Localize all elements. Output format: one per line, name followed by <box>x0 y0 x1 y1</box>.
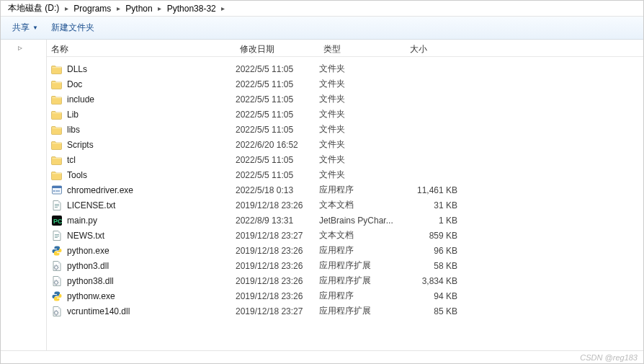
chevron-right-icon[interactable]: ▸ <box>219 4 228 12</box>
svg-point-2 <box>53 190 55 192</box>
file-date-cell: 2019/12/18 23:27 <box>236 231 319 241</box>
file-row[interactable]: tcl2022/5/5 11:05文件夹 <box>47 152 643 167</box>
file-name-cell: libs <box>47 124 236 136</box>
file-type-cell: 应用程序扩展 <box>319 275 406 287</box>
file-name-cell: vcruntime140.dll <box>47 306 236 317</box>
file-name-cell: include <box>47 94 236 105</box>
svg-rect-10 <box>55 236 59 236</box>
footer <box>1 350 643 363</box>
tree-expand-icon[interactable]: ▹ <box>18 43 22 53</box>
file-size-cell: 3,834 KB <box>406 276 470 286</box>
file-name-cell: tcl <box>47 154 236 166</box>
exe-icon <box>51 185 63 196</box>
file-type-cell: 应用程序 <box>319 290 406 302</box>
nav-pane[interactable]: ▹ <box>1 40 47 350</box>
toolbar: 共享 ▼ 新建文件夹 <box>1 17 643 40</box>
folder-icon <box>51 124 63 136</box>
file-row[interactable]: vcruntime140.dll2019/12/18 23:27应用程序扩展85… <box>47 303 643 319</box>
svg-rect-6 <box>55 207 58 208</box>
file-size-cell: 58 KB <box>406 261 470 271</box>
txt-icon <box>51 200 63 211</box>
file-row[interactable]: python38.dll2019/12/18 23:26应用程序扩展3,834 … <box>47 273 643 288</box>
folder-icon <box>51 79 63 90</box>
svg-rect-4 <box>55 204 59 205</box>
file-name-label: python.exe <box>67 246 109 256</box>
file-row[interactable]: pythonw.exe2019/12/18 23:26应用程序94 KB <box>47 288 643 303</box>
file-name-cell: python38.dll <box>47 275 236 287</box>
column-headers: 名称 修改日期 类型 大小 <box>47 40 643 57</box>
file-row[interactable]: Doc2022/5/5 11:05文件夹 <box>47 76 643 92</box>
file-name-label: chromedriver.exe <box>67 185 133 195</box>
chevron-down-icon: ▼ <box>32 25 38 31</box>
file-row[interactable]: LICENSE.txt2019/12/18 23:26文本文档31 KB <box>47 197 643 213</box>
file-name-cell: chromedriver.exe <box>47 185 236 196</box>
column-header-date[interactable]: 修改日期 <box>236 43 319 56</box>
file-name-cell: python.exe <box>47 245 236 257</box>
file-row[interactable]: python3.dll2019/12/18 23:26应用程序扩展58 KB <box>47 258 643 273</box>
file-type-cell: 文件夹 <box>319 78 406 90</box>
svg-rect-9 <box>55 234 59 235</box>
file-row[interactable]: libs2022/5/5 11:05文件夹 <box>47 122 643 137</box>
file-row[interactable]: include2022/5/5 11:05文件夹 <box>47 92 643 107</box>
file-type-cell: 文本文档 <box>319 199 406 211</box>
breadcrumb-item[interactable]: Programs <box>71 1 114 16</box>
file-date-cell: 2022/5/5 11:05 <box>236 125 319 135</box>
file-date-cell: 2022/8/9 13:31 <box>236 216 319 226</box>
file-row[interactable]: Lib2022/5/5 11:05文件夹 <box>47 107 643 122</box>
share-label: 共享 <box>12 22 30 34</box>
svg-rect-5 <box>55 205 59 206</box>
file-list[interactable]: DLLs2022/5/5 11:05文件夹Doc2022/5/5 11:05文件… <box>47 57 643 350</box>
breadcrumb-item[interactable]: Python <box>122 1 155 16</box>
file-date-cell: 2019/12/18 23:26 <box>236 246 319 256</box>
file-row[interactable]: chromedriver.exe2022/5/18 0:13应用程序11,461… <box>47 182 643 197</box>
file-name-label: python38.dll <box>67 276 114 286</box>
folder-icon <box>51 154 63 166</box>
file-row[interactable]: python.exe2019/12/18 23:26应用程序96 KB <box>47 243 643 258</box>
file-name-label: Tools <box>67 170 87 180</box>
file-date-cell: 2022/6/20 16:52 <box>236 140 319 150</box>
file-type-cell: 文件夹 <box>319 138 406 151</box>
new-folder-label: 新建文件夹 <box>51 22 94 34</box>
chevron-right-icon[interactable]: ▸ <box>114 4 122 12</box>
file-type-cell: 文件夹 <box>319 123 406 136</box>
file-name-cell: Tools <box>47 169 236 181</box>
breadcrumb-label: Programs <box>73 4 111 14</box>
breadcrumb-item[interactable]: 本地磁盘 (D:) <box>5 1 62 16</box>
txt-icon <box>51 230 63 241</box>
file-type-cell: 应用程序扩展 <box>319 305 406 317</box>
file-name-cell: pythonw.exe <box>47 290 236 302</box>
file-name-label: libs <box>67 125 80 135</box>
column-header-type[interactable]: 类型 <box>319 43 406 56</box>
breadcrumb-label: Python38-32 <box>167 4 216 14</box>
svg-rect-11 <box>55 237 58 238</box>
file-name-label: Doc <box>67 79 82 89</box>
file-row[interactable]: NEWS.txt2019/12/18 23:27文本文档859 KB <box>47 228 643 243</box>
file-name-cell: Scripts <box>47 139 236 151</box>
file-size-cell: 94 KB <box>406 291 470 301</box>
file-type-cell: 文件夹 <box>319 154 406 166</box>
file-date-cell: 2019/12/18 23:26 <box>236 291 319 301</box>
file-type-cell: 文件夹 <box>319 93 406 105</box>
file-type-cell: 文件夹 <box>319 108 406 120</box>
column-header-name[interactable]: 名称 <box>47 43 236 56</box>
file-name-cell: LICENSE.txt <box>47 200 236 211</box>
column-header-size[interactable]: 大小 <box>406 43 470 56</box>
file-size-cell: 96 KB <box>406 246 470 256</box>
file-name-label: LICENSE.txt <box>67 200 115 210</box>
file-row[interactable]: PCmain.py2022/8/9 13:31JetBrains PyChar.… <box>47 213 643 228</box>
file-type-cell: 文本文档 <box>319 229 406 241</box>
breadcrumb-label: 本地磁盘 (D:) <box>8 2 59 14</box>
chevron-right-icon[interactable]: ▸ <box>156 4 164 12</box>
breadcrumb-item[interactable]: Python38-32 <box>164 1 219 16</box>
chevron-right-icon[interactable]: ▸ <box>62 4 71 12</box>
watermark: CSDN @reg183 <box>580 353 638 362</box>
file-row[interactable]: Tools2022/5/5 11:05文件夹 <box>47 167 643 182</box>
file-list-panel: 名称 修改日期 类型 大小 DLLs2022/5/5 11:05文件夹Doc20… <box>47 40 643 350</box>
new-folder-button[interactable]: 新建文件夹 <box>50 19 96 37</box>
share-button[interactable]: 共享 ▼ <box>11 19 40 37</box>
file-row[interactable]: DLLs2022/5/5 11:05文件夹 <box>47 61 643 76</box>
file-row[interactable]: Scripts2022/6/20 16:52文件夹 <box>47 137 643 152</box>
file-date-cell: 2022/5/5 11:05 <box>236 94 319 105</box>
svg-rect-3 <box>55 190 60 192</box>
file-type-cell: 应用程序 <box>319 244 406 257</box>
